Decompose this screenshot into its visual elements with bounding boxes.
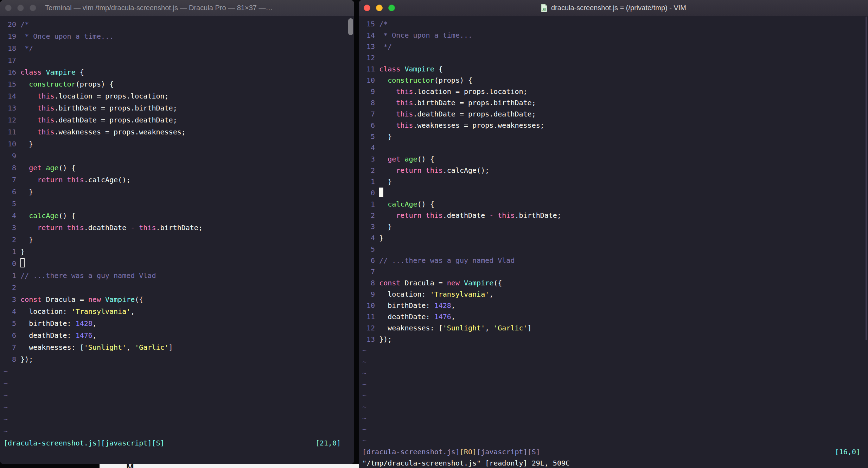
line-number: 10 xyxy=(362,300,375,311)
line-number: 7 xyxy=(4,174,16,186)
line-number: 11 xyxy=(4,126,16,138)
code-line[interactable]: 13 this.birthDate = props.birthDate; xyxy=(4,102,351,114)
code-line[interactable]: 20/* xyxy=(4,18,351,30)
line-number: 6 xyxy=(4,329,16,341)
code-line[interactable]: 18 */ xyxy=(4,42,351,54)
code-line[interactable]: 9 this.location = props.location; xyxy=(362,86,864,97)
window-title: Terminal — vim /tmp/dracula-screenshot.j… xyxy=(45,4,273,12)
line-number: 15 xyxy=(4,78,16,90)
code-line[interactable]: 11class Vampire { xyxy=(362,63,864,75)
code-line[interactable]: 15/* xyxy=(362,18,864,30)
code-line[interactable]: 6 } xyxy=(4,186,351,198)
scrollbar-thumb[interactable] xyxy=(348,18,353,35)
traffic-lights xyxy=(364,5,395,11)
minimize-button[interactable] xyxy=(17,5,24,11)
code-line[interactable]: 0 xyxy=(4,258,351,270)
code-line[interactable]: 6// ...there was a guy named Vlad xyxy=(362,255,864,266)
code-line[interactable]: 8}); xyxy=(4,353,351,365)
line-number: 11 xyxy=(362,311,375,322)
code-line[interactable]: 4} xyxy=(362,232,864,244)
code-line[interactable]: 10 birthDate: 1428, xyxy=(362,300,864,311)
code-line[interactable]: 7 return this.calcAge(); xyxy=(4,174,351,186)
minimize-button[interactable] xyxy=(376,5,383,11)
code-line[interactable]: 1} xyxy=(4,246,351,258)
code-line[interactable]: 3 } xyxy=(362,221,864,232)
code-line[interactable]: 17 xyxy=(4,54,351,66)
scrollbar-track[interactable] xyxy=(866,17,867,340)
code-line[interactable]: 12 xyxy=(362,52,864,63)
line-number: 9 xyxy=(362,289,375,300)
code-line[interactable]: 1// ...there was a guy named Vlad xyxy=(4,270,351,282)
code-line[interactable]: 5 birthDate: 1428, xyxy=(4,317,351,329)
code-line[interactable]: 14 * Once upon a time... xyxy=(362,30,864,41)
empty-line-tilde: ~ xyxy=(4,377,351,389)
code-line[interactable]: 15 constructor(props) { xyxy=(4,78,351,90)
code-line[interactable]: 8 this.birthDate = props.birthDate; xyxy=(362,97,864,108)
code-line[interactable]: 12 weaknesses: ['Sunlight', 'Garlic'] xyxy=(362,322,864,334)
code-line[interactable]: 7 weaknesses: ['Sunlight', 'Garlic'] xyxy=(4,341,351,353)
code-line[interactable]: 1 calcAge() { xyxy=(362,198,864,210)
code-line[interactable]: 11 deathDate: 1476, xyxy=(362,311,864,322)
left-editor-content[interactable]: 20/*19 * Once upon a time...18 */1716cla… xyxy=(0,16,354,464)
zoom-button[interactable] xyxy=(388,5,395,11)
code-line[interactable]: 10 } xyxy=(4,138,351,150)
code-line[interactable]: 2 return this.calcAge(); xyxy=(362,165,864,176)
code-line[interactable]: 8const Dracula = new Vampire({ xyxy=(362,277,864,289)
code-line[interactable]: 3const Dracula = new Vampire({ xyxy=(4,293,351,305)
line-number: 3 xyxy=(362,153,375,165)
line-number: 6 xyxy=(362,255,375,266)
empty-line-tilde: ~ xyxy=(362,435,864,446)
code-line[interactable]: 7 this.deathDate = props.deathDate; xyxy=(362,108,864,120)
code-line[interactable]: 4 xyxy=(362,142,864,153)
code-line[interactable]: 2 } xyxy=(4,234,351,246)
line-number: 3 xyxy=(4,222,16,234)
code-line[interactable]: 1 } xyxy=(362,176,864,187)
line-number: 0 xyxy=(4,258,16,270)
line-number: 1 xyxy=(4,270,16,282)
background-window-sliver: M xyxy=(100,464,359,468)
empty-line-tilde: ~ xyxy=(362,356,864,367)
code-line[interactable]: 2 return this.deathDate - this.birthDate… xyxy=(362,210,864,221)
empty-line-tilde: ~ xyxy=(4,413,351,425)
code-line[interactable]: 8 get age() { xyxy=(4,162,351,174)
line-number: 12 xyxy=(362,52,375,63)
line-number: 9 xyxy=(362,86,375,97)
code-line[interactable]: 6 deathDate: 1476, xyxy=(4,329,351,341)
code-line[interactable]: 10 constructor(props) { xyxy=(362,75,864,86)
close-button[interactable] xyxy=(5,5,12,11)
code-line[interactable]: 4 location: 'Transylvania', xyxy=(4,305,351,317)
code-line[interactable]: 3 return this.deathDate - this.birthDate… xyxy=(4,222,351,234)
code-line[interactable]: 5 } xyxy=(362,131,864,142)
code-line[interactable]: 14 this.location = props.location; xyxy=(4,90,351,102)
code-line[interactable]: 6 this.weaknesses = props.weaknesses; xyxy=(362,120,864,131)
line-number: 12 xyxy=(4,114,16,126)
code-line[interactable]: 13}); xyxy=(362,334,864,345)
code-line[interactable]: 11 this.weaknesses = props.weaknesses; xyxy=(4,126,351,138)
line-number: 2 xyxy=(362,210,375,221)
right-editor-content[interactable]: 15/*14 * Once upon a time...13 */1211cla… xyxy=(359,16,868,468)
code-line[interactable]: 0 xyxy=(362,187,864,198)
macvim-titlebar[interactable]: JS dracula-screenshot.js = (/private/tmp… xyxy=(359,0,868,16)
code-line[interactable]: 19 * Once upon a time... xyxy=(4,30,351,42)
code-line[interactable]: 12 this.deathDate = props.deathDate; xyxy=(4,114,351,126)
terminal-titlebar[interactable]: Terminal — vim /tmp/dracula-screenshot.j… xyxy=(0,0,354,16)
code-line[interactable]: 4 calcAge() { xyxy=(4,210,351,222)
code-line[interactable]: 13 */ xyxy=(362,41,864,52)
empty-line-tilde: ~ xyxy=(362,401,864,412)
code-line[interactable]: 5 xyxy=(362,244,864,255)
code-line[interactable]: 7 xyxy=(362,266,864,277)
line-number: 13 xyxy=(362,334,375,345)
macvim-window: JS dracula-screenshot.js = (/private/tmp… xyxy=(359,0,868,468)
line-number: 6 xyxy=(4,186,16,198)
code-line[interactable]: 5 xyxy=(4,198,351,210)
code-line[interactable]: 16class Vampire { xyxy=(4,66,351,78)
code-line[interactable]: 3 get age() { xyxy=(362,153,864,165)
line-number: 14 xyxy=(362,30,375,41)
code-line[interactable]: 2 xyxy=(4,282,351,293)
zoom-button[interactable] xyxy=(30,5,36,11)
close-button[interactable] xyxy=(364,5,370,11)
line-number: 10 xyxy=(362,75,375,86)
code-line[interactable]: 9 xyxy=(4,150,351,162)
line-number: 19 xyxy=(4,30,16,42)
code-line[interactable]: 9 location: 'Transylvania', xyxy=(362,289,864,300)
